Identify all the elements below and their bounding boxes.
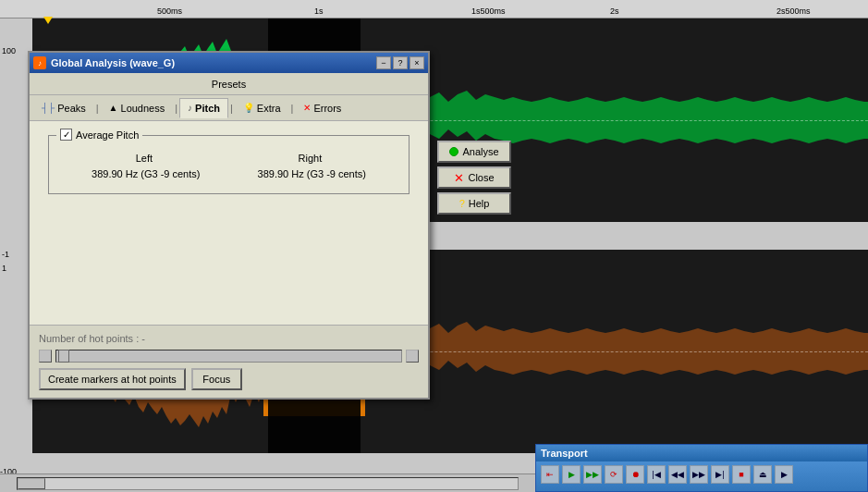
tab-extra-label: Extra [257, 103, 281, 114]
y-label-top: 100 [2, 46, 16, 55]
y-label-mid-pos: 1 [2, 264, 6, 273]
create-markers-button[interactable]: Create markers at hot points [39, 368, 186, 390]
dialog-content: Average Pitch Left Right 389.90 Hz (G3 -… [30, 121, 428, 325]
ruler-mark-500ms: 500ms [157, 6, 182, 16]
tab-loudness-label: Loudness [121, 103, 165, 114]
tab-separator-1: | [94, 103, 101, 114]
transport-controls: ⇤ ▶ ▶▶ ⟳ ⏺ |◀ ◀◀ ▶▶ ▶| ■ ⏏ ▶ [536, 461, 867, 487]
global-analysis-dialog: ♪ Global Analysis (wave_G) − ? × Presets… [28, 51, 430, 400]
tab-extra[interactable]: 💡 Extra [235, 98, 289, 118]
dialog-help-button[interactable]: ? [393, 56, 408, 69]
slider-thumb[interactable] [58, 350, 69, 363]
transport-title-text: Transport [541, 448, 588, 459]
average-pitch-group: Average Pitch Left Right 389.90 Hz (G3 -… [48, 135, 410, 194]
transport-play-selection[interactable]: ▶ [562, 465, 581, 484]
pitch-table: Left Right 389.90 Hz (G3 -9 cents) 389.9… [63, 153, 395, 179]
dialog-title-text: Global Analysis (wave_G) [51, 57, 175, 68]
ruler-mark-1s: 1s [314, 6, 324, 16]
extra-icon: 💡 [243, 103, 254, 113]
transport-title: Transport [536, 445, 867, 461]
transport-play-loop[interactable]: ▶▶ [583, 465, 602, 484]
help-icon: ? [459, 198, 465, 209]
slider-container[interactable] [39, 350, 419, 363]
col-left-header: Left [136, 153, 153, 164]
slider-right-btn[interactable] [406, 350, 419, 363]
transport-eject[interactable]: ⏏ [753, 465, 772, 484]
transport-rewind[interactable]: ◀◀ [668, 465, 687, 484]
tab-separator-4: | [289, 103, 296, 114]
loudness-icon: ▲ [109, 103, 118, 113]
pitch-table-header: Left Right [63, 153, 395, 164]
tab-errors-label: Errors [313, 103, 341, 114]
help-button[interactable]: ? Help [437, 192, 511, 215]
tab-separator-3: | [228, 103, 235, 114]
analyse-button[interactable]: Analyse [437, 141, 511, 163]
transport-punch[interactable]: ⏺ [626, 465, 644, 484]
pitch-left-value: 389.90 Hz (G3 -9 cents) [92, 168, 200, 179]
music-icon: ♪ [188, 103, 192, 113]
tab-pitch[interactable]: ♪ Pitch [179, 98, 228, 118]
close-label: Close [468, 172, 494, 183]
ruler-mark-2s: 2s [610, 6, 619, 16]
dialog-titlebar: ♪ Global Analysis (wave_G) − ? × [30, 53, 428, 73]
presets-bar: Presets [30, 73, 428, 95]
action-buttons-panel: Analyse ✕ Close ? Help [437, 141, 511, 215]
dialog-close-button[interactable]: × [410, 56, 424, 69]
bottom-btn-row: Create markers at hot points Focus [39, 368, 419, 390]
playback-position-marker [43, 17, 53, 24]
transport-rewind-to-start[interactable]: ⇤ [541, 465, 559, 484]
close-button[interactable]: ✕ Close [437, 166, 511, 189]
y-label-mid-neg: -1 [2, 250, 9, 259]
timeline-ruler: 500ms 1s 1s500ms 2s 2s500ms [0, 0, 868, 18]
peaks-icon: ┤├ [42, 103, 55, 113]
slider-left-btn[interactable] [39, 350, 52, 363]
close-icon: ✕ [454, 171, 464, 185]
group-box-label: Average Pitch [56, 129, 142, 141]
scrollbar-thumb[interactable] [18, 478, 45, 489]
tab-pitch-label: Pitch [195, 103, 220, 114]
pitch-right-value: 389.90 Hz (G3 -9 cents) [258, 168, 366, 179]
col-right-header: Right [299, 153, 323, 164]
hotpoints-row: Number of hot points : - [39, 333, 419, 344]
transport-fast-forward[interactable]: ▶▶ [690, 465, 708, 484]
dialog-app-icon: ♪ [33, 56, 46, 69]
dialog-title: ♪ Global Analysis (wave_G) [33, 56, 175, 69]
transport-skip-forward[interactable]: ▶| [711, 465, 729, 484]
horizontal-scrollbar[interactable] [0, 474, 535, 492]
tab-loudness[interactable]: ▲ Loudness [101, 98, 174, 118]
focus-button[interactable]: Focus [191, 368, 242, 390]
dialog-title-buttons: − ? × [376, 56, 424, 69]
tab-peaks-label: Peaks [57, 103, 86, 114]
tab-peaks[interactable]: ┤├ Peaks [33, 98, 94, 118]
hotpoints-label: Number of hot points : - [39, 333, 145, 344]
ruler-mark-2s500ms: 2s500ms [776, 6, 811, 16]
dialog-minimize-button[interactable]: − [376, 56, 391, 69]
help-label: Help [469, 198, 490, 209]
analyse-label: Analyse [462, 146, 498, 157]
scrollbar-track[interactable] [17, 477, 519, 490]
dialog-bottom: Number of hot points : - Create markers … [30, 325, 428, 398]
analyse-green-dot [449, 147, 458, 156]
tab-separator-2: | [173, 103, 179, 114]
tab-bar: ┤├ Peaks | ▲ Loudness | ♪ Pitch | 💡 Extr… [30, 95, 428, 121]
ruler-mark-1s500ms: 1s500ms [471, 6, 506, 16]
slider-track[interactable] [55, 350, 402, 363]
transport-extra[interactable]: ▶ [775, 465, 793, 484]
transport-skip-back[interactable]: |◀ [647, 465, 666, 484]
presets-label: Presets [212, 79, 246, 90]
errors-icon: ✕ [303, 103, 311, 113]
tab-errors[interactable]: ✕ Errors [295, 98, 349, 118]
transport-stop[interactable]: ■ [732, 465, 751, 484]
average-pitch-checkbox[interactable] [60, 129, 72, 141]
average-pitch-label: Average Pitch [76, 129, 139, 141]
pitch-table-row: 389.90 Hz (G3 -9 cents) 389.90 Hz (G3 -9… [63, 168, 395, 179]
transport-bar: Transport ⇤ ▶ ▶▶ ⟳ ⏺ |◀ ◀◀ ▶▶ ▶| ■ ⏏ ▶ [535, 444, 868, 492]
transport-record[interactable]: ⟳ [605, 465, 623, 484]
